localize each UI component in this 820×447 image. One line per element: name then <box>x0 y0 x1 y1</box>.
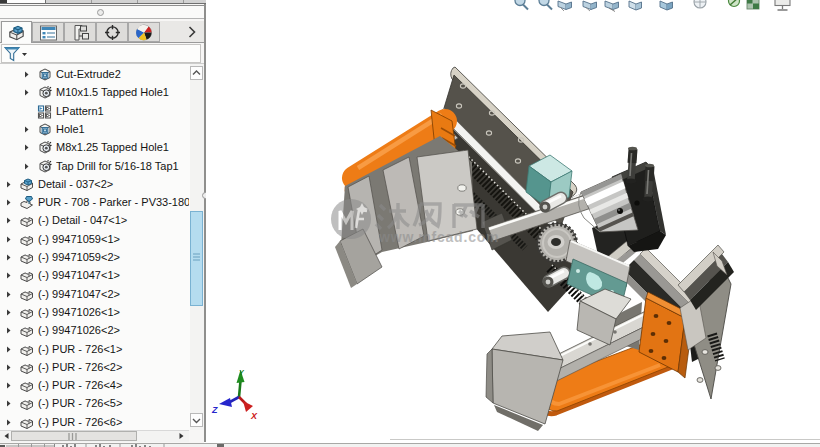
svg-text:X: X <box>250 411 258 421</box>
svg-text:Y: Y <box>239 369 245 376</box>
svg-text:Z: Z <box>211 405 218 415</box>
svg-text:www.mfcad.com: www.mfcad.com <box>378 229 499 245</box>
